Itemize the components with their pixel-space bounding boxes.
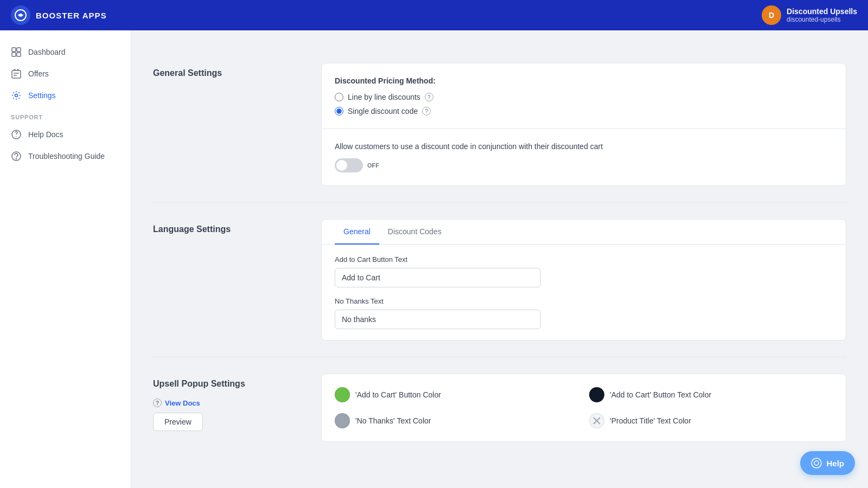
radio-line-by-line[interactable]: Line by line discounts ? [335,93,833,101]
preview-button[interactable]: Preview [153,413,203,431]
no-thanks-field: No Thanks Text [335,297,833,329]
help-fab-label: Help [826,459,844,468]
main-content: General Settings Discounted Pricing Meth… [131,30,868,488]
sidebar-item-help-docs[interactable]: Help Docs [0,124,131,145]
no-thanks-input[interactable] [335,310,541,329]
toggle-switch[interactable] [335,158,363,172]
view-docs-icon: ? [153,399,162,407]
svg-rect-1 [12,48,16,52]
pricing-radio-group: Line by line discounts ? Single discount… [335,93,833,115]
color-item-add-cart-text: 'Add to Cart' Button Text Color [589,387,833,402]
upsell-popup-section: Upsell Popup Settings ? View Docs Previe… [153,357,846,458]
add-to-cart-input[interactable] [335,268,541,287]
add-cart-btn-swatch[interactable] [335,387,350,402]
header-left: BOOSTER APPS [11,5,107,25]
color-item-add-cart-btn: 'Add to Cart' Button Color [335,387,578,402]
toggle-block: Allow customers to use a discount code i… [322,129,846,185]
add-cart-text-swatch[interactable] [589,387,604,402]
app-header: BOOSTER APPS D Discounted Upsells discou… [0,0,868,30]
tab-discount-codes-label: Discount Codes [388,227,442,236]
add-cart-text-color-label: 'Add to Cart' Button Text Color [610,390,711,399]
language-form: Add to Cart Button Text No Thanks Text [322,245,846,340]
pricing-method-title: Discounted Pricing Method: [335,76,833,85]
no-thanks-swatch[interactable] [335,413,350,428]
tab-general[interactable]: General [335,220,379,245]
section-actions: ? View Docs Preview [153,396,305,431]
upsell-popup-label: Upsell Popup Settings ? View Docs Previe… [153,374,305,442]
toggle-off-label: OFF [367,162,379,169]
language-settings-label: Language Settings [153,219,305,341]
logo-icon [11,5,30,25]
avatar: D [762,5,781,25]
language-tabs: General Discount Codes [322,220,846,245]
no-thanks-label: No Thanks Text [335,297,833,305]
radio-input-line-by-line[interactable] [335,93,343,101]
help-icon-single[interactable]: ? [422,107,431,115]
add-cart-btn-color-label: 'Add to Cart' Button Color [355,390,441,399]
toggle-slider [335,158,363,172]
general-settings-section: General Settings Discounted Pricing Meth… [153,47,846,203]
help-icon-line[interactable]: ? [425,93,433,101]
svg-rect-5 [12,70,21,78]
sidebar-item-settings[interactable]: Settings [0,85,131,106]
app-title: BOOSTER APPS [36,11,107,20]
svg-rect-3 [12,53,16,56]
no-thanks-color-label: 'No Thanks' Text Color [355,416,431,425]
help-fab[interactable]: Help [800,451,855,475]
header-app-name: Discounted Upsells [787,7,857,16]
color-grid: 'Add to Cart' Button Color 'Add to Cart'… [322,374,846,441]
header-right: D Discounted Upsells discounted-upsells [762,5,857,25]
help-fab-icon [811,458,822,468]
tab-discount-codes[interactable]: Discount Codes [379,220,450,245]
dashboard-icon [11,47,22,57]
radio-line-label: Line by line discounts [348,93,420,101]
radio-input-single-code[interactable] [335,107,343,115]
svg-rect-2 [17,48,21,52]
upsell-popup-card: 'Add to Cart' Button Color 'Add to Cart'… [321,374,846,442]
sidebar-item-offers[interactable]: Offers [0,63,131,85]
radio-single-label: Single discount code [348,107,418,115]
svg-point-8 [15,94,18,97]
main-layout: Dashboard Offers [0,30,868,488]
language-settings-card: General Discount Codes Add to Cart Butto… [321,219,846,341]
general-settings-card: Discounted Pricing Method: Line by line … [321,63,846,186]
sidebar: Dashboard Offers [0,30,131,488]
troubleshooting-label: Troubleshooting Guide [28,152,105,160]
add-to-cart-field: Add to Cart Button Text [335,255,833,287]
sidebar-nav: Dashboard Offers [0,41,131,106]
svg-point-15 [814,461,819,465]
header-app-sub: discounted-upsells [787,16,857,23]
product-title-swatch[interactable] [589,413,604,428]
add-to-cart-label: Add to Cart Button Text [335,255,833,264]
sidebar-item-dashboard[interactable]: Dashboard [0,41,131,63]
product-title-color-label: 'Product Title' Text Color [610,416,691,425]
svg-point-11 [16,159,17,159]
color-item-no-thanks: 'No Thanks' Text Color [335,413,578,428]
general-settings-label: General Settings [153,63,305,186]
view-docs-link[interactable]: ? View Docs [153,399,305,407]
sidebar-item-troubleshooting[interactable]: Troubleshooting Guide [0,145,131,167]
troubleshooting-icon [11,151,22,162]
offers-label: Offers [28,69,49,78]
svg-point-14 [812,458,821,468]
discount-toggle[interactable]: OFF [335,158,833,172]
language-settings-section: Language Settings General Discount Codes… [153,203,846,357]
support-label: SUPPORT [0,106,131,124]
svg-rect-4 [17,53,21,56]
toggle-description: Allow customers to use a discount code i… [335,142,833,151]
radio-single-code[interactable]: Single discount code ? [335,107,833,115]
view-docs-label: View Docs [165,399,200,407]
settings-label: Settings [28,91,56,100]
dashboard-label: Dashboard [28,48,66,56]
help-docs-icon [11,129,22,140]
pricing-method-block: Discounted Pricing Method: Line by line … [322,63,846,129]
help-docs-label: Help Docs [28,130,63,139]
offers-icon [11,68,22,79]
tab-general-label: General [343,227,371,236]
settings-icon [11,90,22,101]
header-app-info: Discounted Upsells discounted-upsells [787,7,857,23]
color-item-product-title: 'Product Title' Text Color [589,413,833,428]
